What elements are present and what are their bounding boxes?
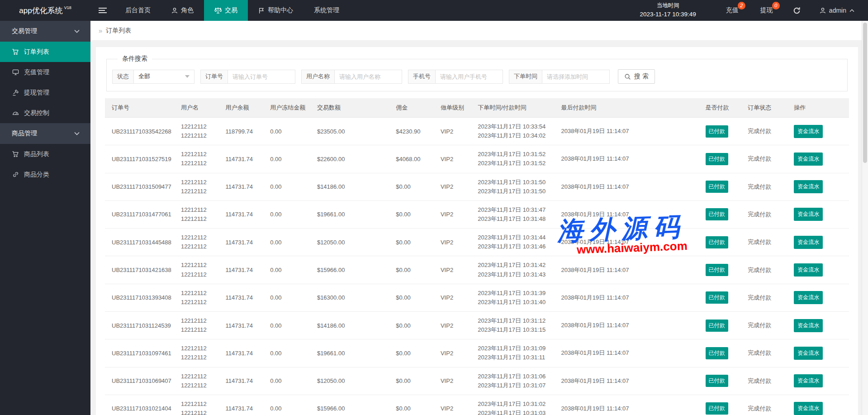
fund-flow-button[interactable]: 资金流水 xyxy=(794,208,823,221)
status-label: 状态 xyxy=(112,70,133,84)
order-no-label: 订单号 xyxy=(200,70,228,84)
cell-frozen: 0.00 xyxy=(266,173,313,200)
cell-order-time: 2023年11月17日 10:31:422023年11月17日 10:31:43 xyxy=(473,256,556,284)
username-input[interactable] xyxy=(334,70,402,84)
col-amount: 交易数额 xyxy=(313,98,391,118)
nav-item-role[interactable]: 角色 xyxy=(161,0,204,21)
cell-level: VIP2 xyxy=(436,256,473,284)
cell-paid: 已付款 xyxy=(701,339,744,367)
cell-paid: 已付款 xyxy=(701,367,744,395)
paid-badge: 已付款 xyxy=(706,264,728,276)
cell-level: VIP2 xyxy=(436,118,473,145)
gauge-icon xyxy=(12,110,19,116)
cell-level: VIP2 xyxy=(436,284,473,311)
cell-status: 完成付款 xyxy=(743,173,789,200)
fund-flow-button[interactable]: 资金流水 xyxy=(794,153,823,166)
sidebar-item-trade-control[interactable]: 交易控制 xyxy=(0,103,90,123)
cell-frozen: 0.00 xyxy=(266,200,313,228)
cell-paid: 已付款 xyxy=(701,200,744,228)
filters-row: 状态 全部 订单号 用户名称 手机 xyxy=(112,69,842,84)
status-select-value: 全部 xyxy=(138,72,150,81)
cell-order-time: 2023年11月17日 10:31:092023年11月17日 10:31:11 xyxy=(473,339,556,367)
withdraw-link[interactable]: 提现 0 xyxy=(760,6,773,14)
cell-balance: 114731.74 xyxy=(221,339,266,367)
nav-item-trade[interactable]: 交易 xyxy=(204,0,248,21)
cell-order-no: UB2311171031445488 xyxy=(105,229,176,256)
order-no-input[interactable] xyxy=(228,70,295,84)
cell-username: 1221211212212112 xyxy=(176,200,221,228)
sidebar-group-goods[interactable]: 商品管理 xyxy=(0,123,90,144)
col-last-pay-time: 最后付款时间 xyxy=(556,98,701,118)
cell-balance: 114731.74 xyxy=(221,173,266,200)
cell-username: 1221211212212112 xyxy=(176,173,221,200)
sidebar-group-trade[interactable]: 交易管理 xyxy=(0,21,90,42)
table-row: UB2311171031069407 1221211212212112 1147… xyxy=(105,367,849,395)
cell-frozen: 0.00 xyxy=(266,367,313,395)
table-row: UB2311171031421638 1221211212212112 1147… xyxy=(105,256,849,284)
scrollbar-thumb[interactable] xyxy=(863,23,867,163)
page-scrollbar[interactable] xyxy=(862,21,868,415)
cell-actions: 资金流水 xyxy=(789,173,849,200)
nav-item-system[interactable]: 系统管理 xyxy=(304,0,350,21)
cell-balance: 114731.74 xyxy=(221,284,266,311)
cell-frozen: 0.00 xyxy=(266,284,313,311)
col-actions: 操作 xyxy=(789,98,849,118)
fund-flow-button[interactable]: 资金流水 xyxy=(794,180,823,193)
sidebar-item-goods-list[interactable]: 商品列表 xyxy=(0,144,90,164)
fund-flow-button[interactable]: 资金流水 xyxy=(794,319,823,332)
cell-last-pay-time: 2038年01月19日 11:14:07 xyxy=(556,256,701,284)
cell-status: 完成付款 xyxy=(743,367,789,395)
cell-order-no: UB2311171031477061 xyxy=(105,200,176,228)
paid-badge: 已付款 xyxy=(706,125,728,138)
cell-username: 1221211212212112 xyxy=(176,145,221,173)
recharge-count-badge: 2 xyxy=(738,2,745,10)
cell-level: VIP2 xyxy=(436,229,473,256)
search-button[interactable]: 搜 索 xyxy=(618,69,655,84)
sidebar-item-withdraw-mgmt[interactable]: 提现管理 xyxy=(0,82,90,103)
phone-input[interactable] xyxy=(435,70,503,84)
order-time-label: 下单时间 xyxy=(509,70,542,84)
cell-level: VIP2 xyxy=(436,173,473,200)
status-select[interactable]: 全部 xyxy=(133,70,194,84)
username: admin xyxy=(829,7,846,14)
double-arrow-icon: » xyxy=(99,27,102,34)
sidebar-item-goods-category[interactable]: 商品分类 xyxy=(0,164,90,185)
cell-actions: 资金流水 xyxy=(789,367,849,395)
cell-status: 完成付款 xyxy=(743,395,789,415)
nav-item-help[interactable]: 帮助中心 xyxy=(248,0,304,21)
chevron-up-icon xyxy=(849,9,854,12)
user-icon xyxy=(820,7,826,14)
recharge-link[interactable]: 充值 2 xyxy=(726,6,739,14)
sidebar-item-order-list[interactable]: 订单列表 xyxy=(0,42,90,62)
search-legend: 条件搜索 xyxy=(118,55,152,63)
fund-flow-button[interactable]: 资金流水 xyxy=(794,347,823,360)
fund-flow-button[interactable]: 资金流水 xyxy=(794,236,823,249)
cell-status: 完成付款 xyxy=(743,339,789,367)
cell-username: 1221211212212112 xyxy=(176,311,221,339)
sidebar-item-recharge-mgmt[interactable]: 充值管理 xyxy=(0,62,90,82)
top-right-area: 当地时间 2023-11-17 10:39:49 充值 2 提现 0 admin xyxy=(640,0,868,21)
cell-frozen: 0.00 xyxy=(266,395,313,415)
cell-username: 1221211212212112 xyxy=(176,367,221,395)
paid-badge: 已付款 xyxy=(706,320,728,332)
fund-flow-button[interactable]: 资金流水 xyxy=(794,402,823,415)
cell-order-time: 2023年11月17日 10:31:392023年11月17日 10:31:40 xyxy=(473,284,556,311)
fund-flow-button[interactable]: 资金流水 xyxy=(794,125,823,138)
nav-item-home[interactable]: 后台首页 xyxy=(115,0,161,21)
order-time-input[interactable] xyxy=(542,70,610,84)
refresh-button[interactable] xyxy=(793,7,801,14)
cell-commission: $0.00 xyxy=(391,200,436,228)
fund-flow-button[interactable]: 资金流水 xyxy=(794,263,823,277)
table-row: UB2311171031509477 1221211212212112 1147… xyxy=(105,173,849,200)
cell-level: VIP2 xyxy=(436,145,473,173)
cell-commission: $4230.90 xyxy=(391,118,436,145)
cart-icon xyxy=(12,151,19,157)
sidebar-toggle-button[interactable] xyxy=(90,0,115,21)
top-bar: app优化系统 V18 后台首页 角色 交易 帮助中心 xyxy=(0,0,868,21)
fund-flow-button[interactable]: 资金流水 xyxy=(794,374,823,387)
user-menu[interactable]: admin xyxy=(820,7,854,14)
cell-last-pay-time: 2038年01月19日 11:14:07 xyxy=(556,118,701,145)
paid-badge: 已付款 xyxy=(706,291,728,304)
fund-flow-button[interactable]: 资金流水 xyxy=(794,291,823,304)
cell-frozen: 0.00 xyxy=(266,311,313,339)
